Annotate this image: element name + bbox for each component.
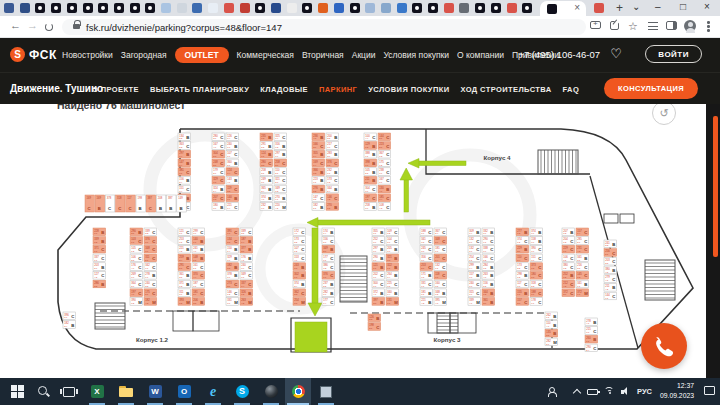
parking-spot[interactable]: 2648,4В xyxy=(386,272,399,280)
parking-spot[interactable]: 1481,7В xyxy=(192,254,205,262)
parking-spot[interactable]: 2733,7С xyxy=(226,280,239,288)
parking-spot[interactable]: 2588,0В xyxy=(364,203,377,211)
project-nav-item-[interactable]: ХОД СТРОИТЕЛЬСТВА xyxy=(461,85,552,94)
parking-spot[interactable]: 1811,7С xyxy=(434,245,447,253)
parking-spot[interactable]: 2163,5С xyxy=(576,263,589,271)
parking-spot[interactable]: 3413,1В xyxy=(576,254,589,262)
browser-tab[interactable] xyxy=(130,3,140,13)
parking-spot[interactable]: 2414,6В xyxy=(192,245,205,253)
parking-spot[interactable]: 2784,7В xyxy=(585,318,598,326)
parking-spot[interactable]: 1518,4С xyxy=(178,185,191,193)
parking-spot[interactable]: 3297,6В xyxy=(226,254,239,262)
parking-spot[interactable]: 2063,5В xyxy=(192,298,205,306)
parking-spot[interactable]: 3910,7С xyxy=(226,228,239,236)
parking-spot[interactable]: 1447,1С xyxy=(604,292,617,300)
browser-tab[interactable] xyxy=(459,3,469,13)
parking-spot[interactable]: 1815,0С xyxy=(192,289,205,297)
parking-spot[interactable]: 3973,8В xyxy=(372,298,385,306)
browser-tab[interactable] xyxy=(177,3,187,13)
parking-spot[interactable]: 3635,3С xyxy=(178,142,191,150)
parking-spot[interactable]: 1310,7М xyxy=(386,298,399,306)
parking-spot[interactable]: 2530,5С xyxy=(178,237,191,245)
parking-spot[interactable]: 2527,2В xyxy=(562,272,575,280)
header-nav-item[interactable]: Акции xyxy=(352,50,376,60)
parking-spot[interactable]: 1780,7С xyxy=(530,298,543,306)
parking-spot[interactable]: 2825,0М xyxy=(545,338,558,346)
parking-spot[interactable]: 387С xyxy=(146,195,155,212)
parking-spot[interactable]: 3212,8С xyxy=(274,177,287,185)
browser-tab[interactable] xyxy=(145,3,155,13)
parking-spot[interactable]: 3426,7С xyxy=(144,263,157,271)
parking-spot[interactable]: 3568,6С xyxy=(420,254,433,262)
taskbar-outlook-icon[interactable]: O xyxy=(171,378,197,405)
parking-spot[interactable]: 2582,0С xyxy=(274,159,287,167)
browser-tab[interactable] xyxy=(522,3,532,13)
parking-spot[interactable]: 3645,6С xyxy=(130,280,143,288)
parking-spot[interactable]: 1828,5В xyxy=(226,263,239,271)
parking-spot[interactable]: 1401,7В xyxy=(192,237,205,245)
parking-spot[interactable]: 3046,0С xyxy=(364,185,377,193)
parking-spot[interactable]: 2458,8С xyxy=(420,245,433,253)
parking-spot[interactable]: 3800,3С xyxy=(562,263,575,271)
parking-spot[interactable]: 3602,7В xyxy=(226,159,239,167)
parking-spot[interactable]: 2150,8С xyxy=(585,327,598,335)
taskbar-start-button[interactable] xyxy=(4,378,30,405)
forward-icon[interactable]: → xyxy=(27,19,38,31)
parking-spot[interactable]: 2438,8В xyxy=(293,263,306,271)
parking-spot[interactable]: 1563,4В xyxy=(178,177,191,185)
share-icon[interactable] xyxy=(610,21,619,30)
parking-spot[interactable]: 3182,3С xyxy=(530,280,543,288)
battery-icon[interactable] xyxy=(587,378,598,405)
parking-spot[interactable]: 3115,7С xyxy=(144,254,157,262)
parking-spot[interactable]: 3001,8С xyxy=(372,280,385,288)
parking-spot[interactable]: 1177,8С xyxy=(516,280,529,288)
parking-spot[interactable]: 1290,2В xyxy=(364,142,377,150)
parking-spot[interactable]: 2970,4В xyxy=(178,150,191,158)
parking-spot[interactable]: 2498,6В xyxy=(260,177,273,185)
parking-spot[interactable]: 2696,6С xyxy=(130,272,143,280)
parking-spot[interactable]: 1850,4С xyxy=(378,194,391,202)
parking-spot[interactable]: 2981,3В xyxy=(516,272,529,280)
parking-spot[interactable]: 2620,1В xyxy=(545,312,558,320)
parking-spot[interactable]: 3491,3С xyxy=(274,185,287,193)
parking-spot[interactable]: 2124,2С xyxy=(562,280,575,288)
parking-spot[interactable]: 1674,0С xyxy=(212,142,225,150)
parking-spot[interactable]: 1696,4С xyxy=(312,159,325,167)
parking-map[interactable]: 1342,3В3635,3С2970,4В1475,4В3818,1С1563,… xyxy=(0,104,706,378)
parking-spot[interactable]: 2293,0В xyxy=(516,245,529,253)
parking-spot[interactable]: 3818,1С xyxy=(178,168,191,176)
parking-spot[interactable]: 2483,7С xyxy=(212,159,225,167)
parking-spot[interactable]: 1461,2С xyxy=(226,289,239,297)
wifi-icon[interactable] xyxy=(604,378,616,405)
parking-spot[interactable]: 3613,0В xyxy=(482,298,495,306)
parking-spot[interactable]: 318С xyxy=(116,195,125,212)
parking-spot[interactable]: 3260,2В xyxy=(240,289,253,297)
language-indicator[interactable]: РУС xyxy=(637,378,652,405)
parking-spot[interactable]: 1615,1С xyxy=(192,263,205,271)
project-nav-item-[interactable]: О ПРОЕКТЕ xyxy=(92,85,139,94)
header-nav-item[interactable]: Загородная xyxy=(121,50,167,60)
parking-spot[interactable]: 2971,6В xyxy=(274,150,287,158)
parking-spot[interactable]: 1777,4С xyxy=(322,298,335,306)
parking-spot[interactable]: 1052,5В xyxy=(364,168,377,176)
phone-number[interactable]: +7 (495) 106-46-07 xyxy=(518,49,600,60)
parking-spot[interactable]: 3370,4С xyxy=(240,280,253,288)
browser-tab[interactable] xyxy=(83,3,93,13)
parking-spot[interactable]: 2901,8В xyxy=(372,254,385,262)
parking-spot[interactable]: 3781,6В xyxy=(226,272,239,280)
parking-spot[interactable]: 2532,7С xyxy=(420,263,433,271)
parking-spot[interactable]: 1501,4В xyxy=(226,245,239,253)
parking-spot[interactable]: 1764,0С xyxy=(130,263,143,271)
parking-spot[interactable]: 3316,6М xyxy=(226,298,239,306)
parking-spot[interactable]: 3726,7М xyxy=(576,289,589,297)
parking-spot[interactable]: 1464,2С xyxy=(326,194,339,202)
parking-spot[interactable]: 1764,1В xyxy=(240,254,253,262)
parking-spot[interactable]: 1661,2С xyxy=(482,254,495,262)
parking-spot[interactable]: 1733,2С xyxy=(516,263,529,271)
parking-spot[interactable]: 2846,5В xyxy=(482,263,495,271)
parking-spot[interactable]: 2011,4С xyxy=(434,254,447,262)
parking-spot[interactable]: 3961,6С xyxy=(63,312,76,320)
tab-search-chevron-icon[interactable]: ⌄ xyxy=(632,1,640,12)
parking-spot[interactable]: 1776,1С xyxy=(322,254,335,262)
parking-spot[interactable]: 3723,6С xyxy=(562,289,575,297)
